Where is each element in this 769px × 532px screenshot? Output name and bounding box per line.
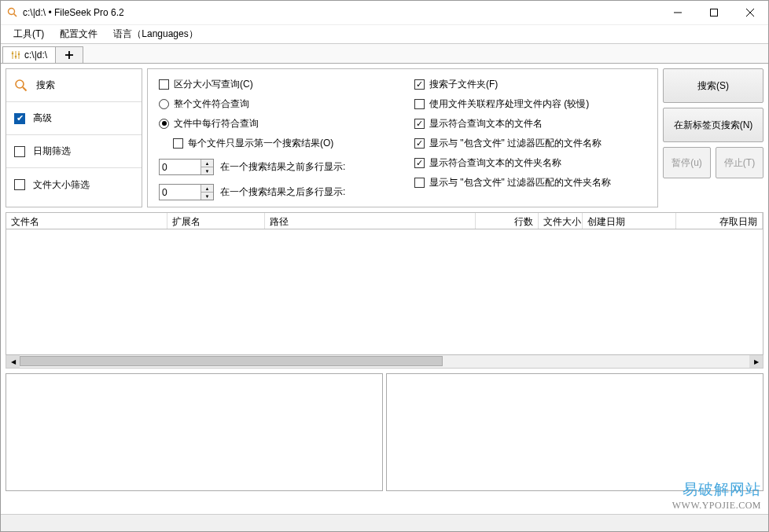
spinner-buttons[interactable]: ▲▼ — [201, 160, 213, 174]
nav-size-filter[interactable]: 文件大小筛选 — [6, 168, 142, 201]
radio-per-line[interactable] — [159, 119, 169, 129]
menu-language[interactable]: 语言（Languages） — [107, 26, 204, 42]
chevron-down-icon[interactable]: ▼ — [201, 193, 213, 200]
preview-panel-left[interactable] — [6, 373, 383, 491]
checkbox-include-filter-file[interactable] — [414, 138, 425, 149]
col-size[interactable]: 文件大小 — [539, 213, 583, 229]
label-match-folder-text: 显示符合查询文本的文件夹名称 — [429, 156, 561, 170]
col-path[interactable]: 路径 — [265, 213, 476, 229]
label-whole-file: 整个文件符合查询 — [174, 97, 249, 111]
svg-point-9 — [12, 53, 14, 55]
scroll-left-icon[interactable]: ◀ — [6, 355, 20, 368]
spinner-buttons[interactable]: ▲▼ — [201, 185, 213, 200]
svg-line-15 — [23, 87, 27, 91]
nav-date-filter[interactable]: 日期筛选 — [6, 135, 142, 168]
nav-label: 文件大小筛选 — [33, 178, 90, 192]
label-case-sensitive: 区分大小写查询(C) — [174, 78, 253, 91]
col-created[interactable]: 创建日期 — [583, 213, 676, 229]
spinner-lines-before[interactable]: ▲▼ — [159, 159, 214, 175]
tab-label: c:\|d:\ — [24, 50, 47, 61]
spinner-lines-after[interactable]: ▲▼ — [159, 184, 214, 200]
app-icon — [7, 7, 18, 18]
nav-search[interactable]: 搜索 — [6, 69, 142, 102]
spinner-input-after[interactable] — [160, 185, 201, 200]
menu-tools[interactable]: 工具(T) — [7, 26, 50, 42]
minimize-button[interactable] — [660, 1, 696, 24]
status-bar — [1, 514, 768, 531]
nav-tabs: 搜索 ✔ 高级 日期筛选 文件大小筛选 — [6, 68, 142, 207]
label-file-handlers: 使用文件关联程序处理文件内容 (较慢) — [429, 97, 589, 111]
scrollbar-track[interactable] — [20, 355, 749, 368]
checkbox-empty-icon — [14, 179, 25, 190]
close-button[interactable] — [732, 1, 768, 24]
label-lines-before: 在一个搜索结果之前多行显示: — [220, 160, 345, 174]
checkbox-include-filter-folder[interactable] — [414, 178, 425, 188]
checkbox-match-folder-text[interactable] — [414, 158, 425, 168]
preview-panel-right[interactable] — [386, 373, 763, 491]
label-per-line: 文件中每行符合查询 — [174, 117, 259, 130]
action-column: 搜索(S) 在新标签页搜索(N) 暂停(u) 停止(T) — [663, 68, 763, 207]
checkbox-subfolders[interactable] — [414, 79, 425, 90]
new-tab-button[interactable] — [55, 46, 83, 63]
chevron-up-icon[interactable]: ▲ — [201, 160, 213, 167]
chevron-down-icon[interactable]: ▼ — [201, 167, 213, 174]
nav-label: 搜索 — [36, 79, 55, 92]
scroll-right-icon[interactable]: ▶ — [749, 355, 763, 368]
nav-label: 日期筛选 — [33, 145, 71, 158]
col-ext[interactable]: 扩展名 — [167, 213, 265, 229]
results-header: 文件名 扩展名 路径 行数 文件大小 创建日期 存取日期 — [6, 212, 763, 229]
pause-button[interactable]: 暂停(u) — [663, 147, 711, 178]
col-lines[interactable]: 行数 — [476, 213, 539, 229]
tab-search-1[interactable]: c:\|d:\ — [2, 46, 56, 63]
search-new-tab-button[interactable]: 在新标签页搜索(N) — [663, 108, 763, 142]
label-subfolders: 搜索子文件夹(F) — [429, 78, 498, 91]
label-lines-after: 在一个搜索结果之后多行显示: — [220, 185, 345, 199]
window-title: c:\|d:\ • FileSeek Pro 6.2 — [23, 7, 124, 18]
svg-rect-3 — [711, 9, 718, 17]
radio-whole-file[interactable] — [159, 99, 169, 109]
svg-point-14 — [16, 80, 24, 88]
menu-bar: 工具(T) 配置文件 语言（Languages） — [1, 25, 768, 43]
nav-label: 高级 — [33, 112, 52, 125]
label-match-file-text: 显示符合查询文本的文件名 — [429, 117, 543, 130]
spinner-input-before[interactable] — [160, 160, 201, 174]
checkbox-file-handlers[interactable] — [414, 99, 425, 109]
search-button[interactable]: 搜索(S) — [663, 68, 763, 103]
stop-button[interactable]: 停止(T) — [716, 147, 763, 178]
svg-point-0 — [9, 9, 15, 15]
advanced-options-panel: 区分大小写查询(C) 整个文件符合查询 文件中每行符合查询 每个文件只显示第一个… — [147, 68, 658, 207]
horizontal-scrollbar[interactable]: ◀ ▶ — [6, 355, 763, 369]
title-bar: c:\|d:\ • FileSeek Pro 6.2 — [1, 1, 768, 25]
col-accessed[interactable]: 存取日期 — [676, 213, 763, 229]
checkbox-match-file-text[interactable] — [414, 119, 425, 129]
plus-icon — [64, 50, 74, 60]
results-list[interactable] — [6, 229, 763, 355]
label-include-filter-folder: 显示与 "包含文件" 过滤器匹配的文件夹名称 — [429, 176, 611, 189]
menu-config[interactable]: 配置文件 — [53, 26, 104, 42]
tab-strip: c:\|d:\ — [1, 43, 768, 64]
checkbox-case-sensitive[interactable] — [159, 79, 169, 90]
svg-point-11 — [18, 53, 20, 56]
checkbox-checked-icon: ✔ — [14, 113, 25, 124]
nav-advanced[interactable]: ✔ 高级 — [6, 102, 142, 135]
sliders-icon — [11, 50, 20, 60]
svg-point-10 — [15, 56, 17, 58]
svg-line-1 — [14, 14, 17, 17]
maximize-button[interactable] — [696, 1, 732, 24]
label-first-only: 每个文件只显示第一个搜索结果(O) — [188, 137, 333, 150]
scrollbar-thumb[interactable] — [20, 356, 443, 366]
checkbox-empty-icon — [14, 146, 25, 157]
col-filename[interactable]: 文件名 — [6, 213, 167, 229]
label-include-filter-file: 显示与 "包含文件" 过滤器匹配的文件名称 — [429, 137, 602, 150]
chevron-up-icon[interactable]: ▲ — [201, 185, 213, 193]
magnifier-icon — [14, 79, 28, 93]
checkbox-first-only[interactable] — [173, 138, 183, 149]
